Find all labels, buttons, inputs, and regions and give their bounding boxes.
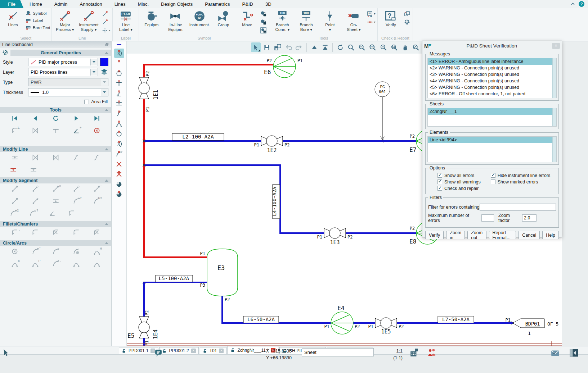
tool-icon[interactable]: ? [27,209,38,219]
canvas-tool[interactable] [378,42,388,52]
scrollbar[interactable] [552,108,556,126]
gear-icon[interactable] [2,49,9,56]
users-icon[interactable] [427,348,436,357]
tool-icon[interactable] [9,114,20,124]
snap-tool[interactable] [114,69,124,78]
section-modify-segment[interactable]: Modify Segment [0,177,111,183]
dialog-button[interactable]: Verify [425,231,444,239]
message-row[interactable]: <2> WARNING - Connection point(s) unused [428,65,556,71]
sheet-name-input[interactable] [302,348,374,356]
canvas-tool[interactable] [309,42,319,52]
mail-icon[interactable] [550,349,560,358]
tool-icon[interactable]: ×2 [8,209,19,219]
canvas-tool[interactable] [357,42,367,52]
zoom-factor-input[interactable] [522,214,537,222]
canvas-tool[interactable] [411,42,421,52]
snap-tool[interactable] [114,49,124,58]
tool-icon[interactable] [91,114,102,124]
line-color-swatch[interactable] [100,58,108,66]
snap-tool[interactable] [114,59,124,68]
section-modify-line[interactable]: Modify Line [0,146,111,152]
section-circle-arcs[interactable]: Circle/Arcs [0,240,111,246]
layers-icon[interactable] [100,68,108,76]
valve-1e4[interactable] [139,317,149,338]
valve-1e3[interactable] [324,228,346,238]
message-row[interactable]: <6> ERROR - Off sheet connector, 1, not … [428,91,556,97]
sheet-tab[interactable]: T01 × [200,347,227,354]
ribbon-button[interactable]: Point▾ [318,9,341,36]
tool-icon[interactable] [30,127,41,136]
filter-errors-input[interactable] [480,204,556,211]
tool-icon[interactable] [47,209,58,219]
ribbon-button[interactable]: MajorProcess ▾ [53,9,76,36]
pump-e6[interactable] [273,55,296,78]
close-icon[interactable]: × [191,349,196,353]
option-checkbox-row[interactable]: Show marked errors [491,179,551,185]
tool-icon[interactable] [91,260,102,269]
tool-icon[interactable] [8,166,19,175]
sheet-tab[interactable]: PPD001-1 × [119,347,158,354]
tool-icon[interactable] [71,114,82,124]
close-icon[interactable]: × [552,43,560,49]
tool-icon[interactable] [66,209,77,219]
tool-icon[interactable] [9,247,20,257]
tool-icon[interactable] [50,228,61,238]
tool-icon[interactable] [9,197,20,206]
layer-select[interactable]: PID Process lines [28,68,98,76]
canvas-tool[interactable] [389,42,399,52]
tool-icon[interactable]: E [9,260,20,269]
canvas-tool[interactable] [331,42,334,52]
tool-icon[interactable] [28,166,39,175]
tool-icon[interactable] [91,154,102,163]
ribbon-mini-button[interactable]: ▾ [367,19,375,26]
tool-icon[interactable] [71,228,82,238]
canvas-tool[interactable] [294,42,304,52]
ribbon-button[interactable]: Instrument. [188,9,211,36]
checkbox[interactable] [437,179,442,184]
canvas-tool[interactable] [262,42,271,52]
checkbox[interactable] [437,186,442,191]
menu-item[interactable]: Home [23,0,48,8]
dialog-button[interactable]: Cancel [519,231,540,239]
max-errors-input[interactable] [481,214,494,222]
ribbon-mini-button[interactable] [260,27,267,34]
snap-tool[interactable] [114,190,124,199]
tool-icon[interactable]: . [9,228,20,238]
chevron-up-icon[interactable] [570,1,576,7]
tool-icon[interactable] [30,114,41,124]
process-line-L4[interactable] [144,165,416,233]
tool-icon[interactable] [91,228,102,238]
tool-icon[interactable] [71,185,82,194]
pump-e4[interactable] [331,312,353,334]
tool-icon[interactable] [50,197,61,206]
ribbon-mini-button[interactable]: ▾ [102,27,110,34]
tool-icon[interactable]: + [71,127,82,136]
tool-icon[interactable] [50,247,61,257]
dialog-button[interactable]: Zoom out [467,231,486,239]
canvas-tool[interactable] [283,42,293,52]
messages-list[interactable]: <1> ERROR - Ambiguous line label inherit… [427,58,557,98]
option-checkbox-row[interactable]: Show all errors [437,173,481,178]
ribbon-mini-button[interactable]: ▾ [367,10,375,17]
snap-tool[interactable] [114,109,124,118]
menu-item[interactable]: 3D [259,0,278,8]
ribbon-button[interactable]: In-LineEquipm. [164,9,187,36]
sheet-tab[interactable]: PPD001-2 × [159,347,198,354]
ribbon-button[interactable]: LineLabel ▾ [114,9,137,36]
tool-icon[interactable]: 1. [9,127,20,136]
snap-tool[interactable] [114,89,124,98]
ribbon-button[interactable]: InstrumentSupply ▾ [77,9,100,36]
ribbon-button[interactable]: On-Sheet ▾ [342,9,365,36]
dialog-button[interactable]: Report Format... [489,231,516,239]
valve-1e5[interactable] [375,318,397,328]
tool-icon[interactable] [50,114,61,124]
element-row[interactable]: Line <id:994> [428,137,556,143]
collapse-panel-icon[interactable] [569,348,579,358]
tool-icon[interactable] [9,185,20,194]
menu-item[interactable]: Admin [48,0,74,8]
section-fillets-chamfers[interactable]: Fillets/Chamfers [0,221,111,227]
style-select[interactable]: PID major process [28,58,98,66]
ribbon-button[interactable]: BranchConn. ▾ [271,9,294,36]
menu-item[interactable]: Design Objects [155,0,199,8]
option-checkbox-row[interactable]: Show all warnings [437,179,481,185]
